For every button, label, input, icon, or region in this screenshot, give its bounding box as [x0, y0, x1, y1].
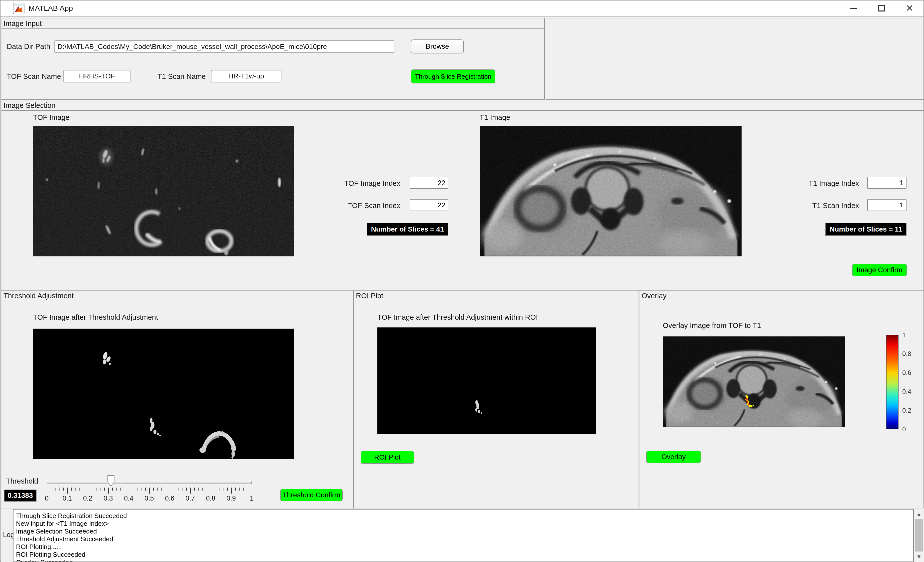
tof-image-index-input[interactable] — [410, 177, 448, 189]
t1-scan-name-input[interactable] — [211, 70, 281, 82]
threshold-slider-track[interactable] — [47, 481, 252, 484]
tick-mark — [227, 487, 228, 490]
tick-mark — [239, 487, 240, 490]
log-messages: Through Slice Registration SucceededNew … — [14, 510, 913, 562]
log-message: ROI Plotting Succeeded — [16, 551, 913, 559]
tof-image — [33, 126, 294, 257]
threshold-slider-tick-labels: 00.10.20.30.40.50.60.70.80.91 — [47, 495, 253, 503]
scrollbar-thumb[interactable] — [915, 519, 923, 552]
tick-label: 0.9 — [221, 495, 241, 502]
overlay-image — [663, 336, 845, 427]
tick-mark — [104, 487, 105, 490]
log-message: Image Selection Succeeded — [16, 528, 913, 535]
tick-mark — [80, 487, 80, 490]
tick-label: 0.8 — [201, 495, 221, 502]
window-controls: ✕ — [840, 0, 924, 16]
data-dir-label: Data Dir Path — [7, 42, 50, 51]
t1-image-index-input[interactable] — [867, 177, 906, 189]
tof-slices-box: Number of Slices = 41 — [367, 223, 448, 236]
overlay-button[interactable]: Overlay — [646, 451, 701, 463]
image-selection-panel-title: Image Selection — [3, 102, 56, 110]
tick-mark — [170, 487, 170, 493]
data-dir-input[interactable] — [54, 40, 394, 53]
tick-mark — [166, 487, 166, 490]
tick-label: 0.4 — [119, 495, 139, 502]
colorbar-label: 0.4 — [902, 388, 911, 395]
tick-mark — [243, 487, 244, 490]
image-confirm-button[interactable]: Image Confirm — [852, 264, 907, 276]
threshold-confirm-button[interactable]: Threshold Confirm — [280, 489, 343, 501]
t1-image — [480, 126, 742, 257]
tick-label: 0 — [37, 495, 57, 502]
tick-mark — [207, 487, 207, 490]
scroll-down-icon[interactable]: ▼ — [914, 553, 924, 560]
tick-mark — [117, 487, 117, 490]
tick-mark — [223, 487, 224, 490]
tick-mark — [215, 487, 215, 490]
tick-mark — [75, 487, 76, 490]
tick-mark — [67, 487, 68, 493]
threshold-slider-thumb[interactable] — [107, 475, 115, 487]
log-message: Through Slice Registration Succeeded — [16, 512, 913, 520]
tof-scan-index-label: TOF Scan Index — [326, 202, 400, 210]
minimize-icon — [850, 8, 857, 9]
tick-mark — [158, 487, 158, 490]
close-button[interactable]: ✕ — [896, 0, 924, 16]
tof-scan-name-input[interactable] — [63, 70, 130, 82]
app-window: MATLAB App ✕ Image Input Data Dir Path B… — [0, 0, 924, 562]
tick-mark — [96, 487, 96, 490]
scroll-up-icon[interactable]: ▲ — [914, 511, 924, 517]
overlay-panel-title: Overlay — [642, 292, 667, 300]
tick-mark — [112, 487, 113, 490]
panel-separator — [640, 301, 924, 301]
tick-mark — [153, 487, 154, 490]
overlay-image-title: Overlay Image from TOF to T1 — [663, 321, 761, 330]
browse-button[interactable]: Browse — [411, 39, 464, 54]
tick-mark — [145, 487, 146, 490]
colorbar-label: 0.8 — [902, 350, 911, 358]
maximize-button[interactable] — [867, 0, 896, 16]
overlay-colorbar — [886, 335, 898, 429]
minimize-button[interactable] — [840, 0, 867, 16]
matlab-app-icon — [13, 3, 24, 14]
empty-right-panel — [546, 18, 924, 100]
tick-mark — [219, 487, 219, 490]
log-message: ROI Plotting...... — [16, 543, 913, 551]
tick-mark — [92, 487, 92, 490]
log-scrollbar[interactable]: ▲ ▼ — [914, 509, 924, 562]
tick-mark — [47, 487, 47, 493]
tick-mark — [162, 487, 162, 490]
t1-scan-index-label: T1 Scan Index — [785, 202, 859, 210]
threshold-image-title: TOF Image after Threshold Adjustment — [33, 313, 158, 321]
log-label: Log — [3, 531, 14, 539]
tick-label: 0.1 — [57, 495, 77, 502]
tick-label: 1 — [242, 495, 262, 502]
tick-mark — [194, 487, 195, 490]
tick-mark — [120, 487, 121, 490]
through-slice-registration-button[interactable]: Through Slice Registration — [411, 69, 495, 84]
tick-mark — [51, 487, 51, 490]
maximize-icon — [878, 5, 885, 12]
t1-scan-name-label: T1 Scan Name — [158, 72, 206, 81]
tick-mark — [211, 487, 211, 493]
tick-mark — [71, 487, 72, 490]
tick-label: 0.6 — [160, 495, 180, 502]
tick-mark — [133, 487, 133, 490]
threshold-panel-title: Threshold Adjustment — [3, 292, 74, 300]
threshold-image — [33, 329, 294, 459]
tick-mark — [59, 487, 60, 490]
title-bar: MATLAB App ✕ — [0, 0, 924, 16]
colorbar-label: 0 — [902, 425, 906, 433]
roi-image — [377, 327, 596, 434]
t1-scan-index-input[interactable] — [867, 199, 906, 211]
window-title: MATLAB App — [28, 4, 73, 12]
roi-plot-button[interactable]: ROI Plot — [361, 451, 414, 464]
close-icon: ✕ — [906, 4, 913, 13]
tick-label: 0.7 — [180, 495, 200, 502]
tick-mark — [248, 487, 248, 490]
log-message: Threshold Adjustment Succeeded — [16, 535, 913, 543]
panel-separator — [2, 301, 353, 301]
tof-scan-index-input[interactable] — [410, 199, 448, 211]
log-text-area: Through Slice Registration SucceededNew … — [13, 509, 914, 562]
tick-mark — [88, 487, 88, 493]
